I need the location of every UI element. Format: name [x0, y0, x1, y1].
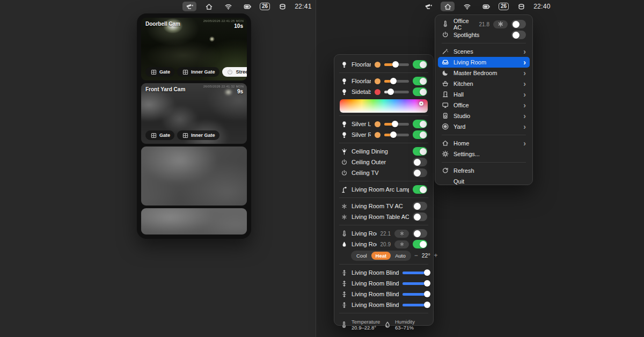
- blind-icon: [340, 301, 348, 309]
- fan-mode-button[interactable]: [394, 230, 409, 238]
- menu-item-home[interactable]: Home ›: [438, 138, 530, 149]
- power-toggle[interactable]: [413, 87, 427, 96]
- power-toggle[interactable]: [413, 77, 427, 85]
- fan-icon: [398, 240, 406, 248]
- inner-gate-button[interactable]: Inner Gate: [177, 67, 219, 77]
- color-picker-handle[interactable]: [419, 101, 423, 106]
- mode-auto-button[interactable]: Auto: [391, 252, 410, 260]
- temp-minus-button[interactable]: −: [414, 252, 418, 259]
- color-picker-gradient[interactable]: [340, 99, 428, 113]
- brightness-slider[interactable]: [384, 134, 409, 136]
- menu-item-hall[interactable]: Hall ›: [438, 89, 530, 100]
- lamp-icon: [340, 186, 348, 193]
- power-toggle[interactable]: [413, 213, 427, 221]
- clock[interactable]: 22:41: [295, 3, 312, 10]
- power-toggle[interactable]: [511, 20, 526, 28]
- calendar-date-icon[interactable]: 26: [499, 3, 509, 10]
- device-label: Living Room Blind 2: [352, 280, 399, 287]
- monitor-icon: [442, 101, 449, 109]
- row-blind-2: Living Room Blind 2: [339, 278, 428, 289]
- color-swatch[interactable]: [375, 132, 380, 138]
- blind-position-slider[interactable]: [402, 272, 427, 274]
- icon-spacer: [442, 178, 449, 185]
- cctv-camera-icon[interactable]: [182, 2, 196, 11]
- camera-feed-blurred[interactable]: [141, 208, 247, 235]
- cctv-camera-icon[interactable]: [421, 2, 435, 11]
- color-swatch[interactable]: [375, 89, 380, 95]
- power-toggle[interactable]: [413, 130, 427, 139]
- power-toggle[interactable]: [413, 158, 427, 166]
- chevron-right-icon: ›: [523, 58, 526, 66]
- color-swatch[interactable]: [375, 78, 380, 84]
- device-label: Spotlights: [453, 32, 479, 38]
- menu-item-master-bedroom[interactable]: Master Bedroom ›: [438, 68, 530, 78]
- clock[interactable]: 22:40: [533, 3, 551, 10]
- menu-item-living-room[interactable]: Living Room ›: [438, 57, 530, 68]
- ceiling-light-icon: [340, 148, 348, 155]
- temp-plus-button[interactable]: +: [434, 252, 438, 259]
- color-swatch[interactable]: [375, 121, 380, 127]
- device-label: Living Room Table AC: [352, 214, 409, 220]
- gate-icon: [150, 131, 157, 139]
- power-toggle[interactable]: [413, 202, 427, 210]
- menu-item-quit[interactable]: Quit: [438, 176, 530, 187]
- blind-position-slider[interactable]: [402, 293, 427, 296]
- humidity-sensor: Humidity 63–71%: [384, 319, 427, 331]
- row-ceiling-tv: Ceiling TV: [339, 167, 428, 178]
- menu-item-kitchen[interactable]: Kitchen ›: [438, 78, 530, 89]
- power-icon: [442, 31, 449, 39]
- battery-icon[interactable]: [479, 2, 493, 11]
- power-toggle[interactable]: [413, 60, 427, 69]
- row-sidetable: Sidetable: [339, 86, 428, 97]
- brightness-slider[interactable]: [384, 123, 409, 126]
- calendar-date-icon[interactable]: 26: [260, 3, 270, 10]
- divider: [339, 72, 428, 73]
- sensor-value: 63–71%: [395, 325, 415, 331]
- menu-item-refresh[interactable]: Refresh: [438, 165, 530, 176]
- bulb-icon: [340, 61, 348, 68]
- camera-feed-doorbell[interactable]: Doorbell Cam 26/05/2026 22:41:25 MON 10s…: [141, 18, 247, 80]
- mode-heat-button[interactable]: Heat: [371, 252, 391, 260]
- power-toggle[interactable]: [413, 229, 427, 238]
- gate-button[interactable]: Gate: [145, 67, 174, 77]
- chevron-right-icon: ›: [523, 101, 526, 109]
- blind-position-slider[interactable]: [402, 282, 427, 285]
- brightness-slider[interactable]: [384, 91, 409, 93]
- home-icon[interactable]: [441, 2, 455, 11]
- street-outside-button[interactable]: Street Outside: [222, 67, 247, 77]
- menu-item-office[interactable]: Office ›: [438, 100, 530, 111]
- fan-mode-button[interactable]: [394, 240, 409, 248]
- camera-feed-blurred[interactable]: [141, 146, 247, 206]
- device-label: Ceiling Outer: [352, 159, 409, 165]
- fan-mode-button[interactable]: [493, 20, 508, 28]
- battery-icon[interactable]: [240, 2, 254, 11]
- target-temp-stepper: − 22° +: [414, 252, 439, 259]
- power-toggle[interactable]: [413, 147, 427, 156]
- power-toggle[interactable]: [413, 169, 427, 177]
- device-label: Living Room Blind 4: [352, 302, 399, 308]
- gate-button[interactable]: Gate: [145, 130, 174, 140]
- stack-icon[interactable]: [275, 2, 289, 11]
- color-swatch[interactable]: [375, 62, 380, 68]
- home-icon[interactable]: [202, 2, 216, 11]
- menu-item-scenes[interactable]: Scenes ›: [438, 46, 530, 57]
- brightness-slider[interactable]: [384, 63, 409, 66]
- wifi-icon[interactable]: [460, 2, 474, 11]
- stack-icon[interactable]: [514, 2, 528, 11]
- power-toggle[interactable]: [413, 120, 427, 128]
- inner-gate-button[interactable]: Inner Gate: [177, 130, 219, 140]
- brightness-slider[interactable]: [384, 80, 409, 83]
- wifi-icon[interactable]: [221, 2, 235, 11]
- menu-item-yard[interactable]: Yard ›: [438, 121, 530, 132]
- menu-item-settings[interactable]: Settings...: [438, 149, 530, 159]
- power-toggle[interactable]: [413, 240, 427, 248]
- menu-item-studio[interactable]: Studio ›: [438, 111, 530, 121]
- blind-position-slider[interactable]: [402, 304, 427, 306]
- gate-icon: [181, 68, 189, 76]
- mode-cool-button[interactable]: Cool: [352, 252, 371, 260]
- power-toggle[interactable]: [413, 185, 427, 194]
- row-ceiling-dining: Ceiling Dining: [339, 146, 428, 157]
- camera-feed-front-yard[interactable]: Front Yard Cam 26/05/2026 22:41:32 MON 9…: [141, 83, 247, 144]
- chevron-right-icon: ›: [523, 140, 526, 147]
- power-toggle[interactable]: [511, 31, 526, 39]
